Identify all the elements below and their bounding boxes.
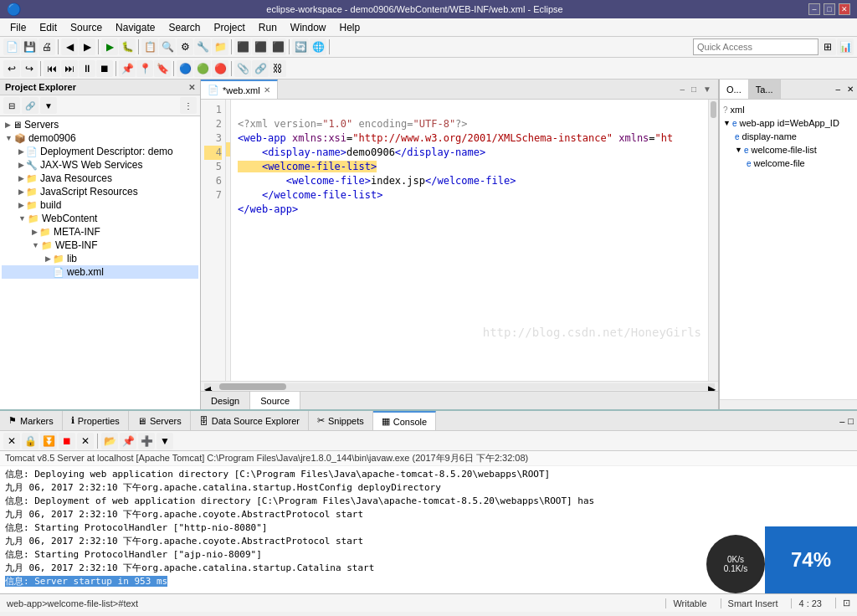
hscroll-right[interactable]: ▶ bbox=[708, 383, 715, 390]
editor-hscroll[interactable]: ◀ ▶ bbox=[201, 381, 718, 391]
btn-r2-13[interactable]: ⛓ bbox=[269, 60, 286, 77]
btn-r2-11[interactable]: 📎 bbox=[234, 60, 251, 77]
btn-t9[interactable]: 🔄 bbox=[292, 38, 309, 55]
btn-r2-1[interactable]: ⏮ bbox=[44, 60, 60, 77]
tree-item-jsresources[interactable]: ▶ 📁 JavaScript Resources bbox=[2, 185, 198, 198]
menu-window[interactable]: Window bbox=[284, 20, 333, 35]
new-console-button[interactable]: ➕ bbox=[138, 433, 155, 449]
code-editor[interactable]: <?xml version="1.0" encoding="UTF-8"?> <… bbox=[231, 100, 708, 381]
debug-button[interactable]: 🐛 bbox=[119, 38, 136, 55]
hscroll-left[interactable]: ◀ bbox=[204, 383, 211, 390]
scroll-lock-button[interactable]: 🔒 bbox=[22, 433, 38, 449]
tree-item-metainf[interactable]: ▶ 📁 META-INF bbox=[2, 225, 198, 239]
bottom-maximize-btn[interactable]: □ bbox=[848, 416, 854, 426]
tab-markers[interactable]: ⚑ Markers bbox=[0, 411, 63, 430]
tree-item-servers[interactable]: ▶ 🖥 Servers bbox=[2, 118, 198, 131]
tab-console[interactable]: ▦ Console bbox=[373, 411, 436, 430]
menu-project[interactable]: Project bbox=[207, 20, 251, 35]
btn-r2-4[interactable]: ⏹ bbox=[96, 60, 113, 77]
tree-item-lib[interactable]: ▶ 📁 lib bbox=[2, 252, 198, 265]
menu-run[interactable]: Run bbox=[252, 20, 284, 35]
editor-vertical-scrollbar[interactable] bbox=[708, 100, 718, 381]
editor-view-menu[interactable]: ▼ bbox=[701, 83, 713, 95]
tab-snippets[interactable]: ✂ Snippets bbox=[309, 411, 373, 430]
undo-button[interactable]: ↩ bbox=[3, 60, 20, 77]
new-button[interactable]: 📄 bbox=[3, 38, 20, 55]
tab-servers[interactable]: 🖥 Servers bbox=[129, 411, 191, 430]
remove-launch-button[interactable]: ✕ bbox=[77, 433, 94, 449]
redo-button[interactable]: ↪ bbox=[21, 60, 38, 77]
btn-r2-8[interactable]: 🔵 bbox=[177, 60, 193, 77]
btn-r2-9[interactable]: 🟢 bbox=[194, 60, 211, 77]
perspective-btn2[interactable]: 📊 bbox=[837, 38, 854, 55]
tree-item-build[interactable]: ▶ 📁 build bbox=[2, 198, 198, 212]
btn-t6[interactable]: ⬛ bbox=[234, 38, 251, 55]
forward-button[interactable]: ▶ bbox=[79, 38, 95, 55]
minimize-button[interactable]: – bbox=[808, 3, 820, 15]
menu-navigate[interactable]: Navigate bbox=[109, 20, 162, 35]
pin-console-button[interactable]: 📌 bbox=[120, 433, 136, 449]
tree-item-jaxws[interactable]: ▶ 🔧 JAX-WS Web Services bbox=[2, 158, 198, 172]
run-button[interactable]: ▶ bbox=[101, 38, 118, 55]
outline-minimize[interactable]: – bbox=[832, 80, 844, 99]
open-console-button[interactable]: 📂 bbox=[101, 433, 118, 449]
tree-item-webxml[interactable]: ▶ 📄 web.xml bbox=[2, 265, 198, 279]
outline-close[interactable]: ✕ bbox=[844, 80, 857, 99]
btn-r2-5[interactable]: 📌 bbox=[119, 60, 136, 77]
tab-datasource[interactable]: 🗄 Data Source Explorer bbox=[191, 411, 309, 430]
tree-item-demo0906[interactable]: ▼ 📦 demo0906 bbox=[2, 131, 198, 145]
menu-help[interactable]: Help bbox=[333, 20, 367, 35]
btn-t3[interactable]: ⚙ bbox=[177, 38, 193, 55]
menu-file[interactable]: File bbox=[3, 20, 33, 35]
perspectives-button[interactable]: ⊞ bbox=[819, 38, 836, 55]
explorer-menu-button[interactable]: ▼ bbox=[40, 97, 57, 114]
btn-r2-3[interactable]: ⏸ bbox=[79, 60, 95, 77]
maximize-button[interactable]: □ bbox=[824, 3, 835, 15]
collapse-all-button[interactable]: ⊟ bbox=[3, 97, 20, 114]
print-button[interactable]: 🖨 bbox=[38, 38, 55, 55]
btn-t10[interactable]: 🌐 bbox=[310, 38, 326, 55]
btn-t4[interactable]: 🔧 bbox=[194, 38, 211, 55]
outline-xml-pi[interactable]: ? xml bbox=[723, 103, 854, 116]
btn-t7[interactable]: ⬛ bbox=[252, 38, 269, 55]
tree-item-deployment[interactable]: ▶ 📄 Deployment Descriptor: demo bbox=[2, 145, 198, 158]
outline-hscroll[interactable] bbox=[720, 399, 857, 409]
view-menu-button[interactable]: ⋮ bbox=[180, 97, 197, 114]
bottom-minimize-btn[interactable]: – bbox=[839, 416, 844, 426]
btn-r2-10[interactable]: 🔴 bbox=[212, 60, 228, 77]
menu-edit[interactable]: Edit bbox=[33, 20, 64, 35]
outline-welcomefile[interactable]: e welcome-file bbox=[723, 157, 854, 170]
tab-taskactions[interactable]: Ta... bbox=[749, 80, 781, 99]
outline-welcomefilelist[interactable]: ▼ e welcome-file-list bbox=[723, 143, 854, 157]
close-button[interactable]: ✕ bbox=[839, 3, 850, 15]
quick-access-box[interactable] bbox=[693, 38, 819, 55]
link-with-editor-button[interactable]: 🔗 bbox=[22, 97, 38, 114]
btn-t5[interactable]: 📁 bbox=[212, 38, 228, 55]
btn-t2[interactable]: 🔍 bbox=[159, 38, 176, 55]
btn-r2-2[interactable]: ⏭ bbox=[61, 60, 78, 77]
tab-webxml[interactable]: 📄 *web.xml ✕ bbox=[201, 80, 278, 99]
minimize-editor-button[interactable]: – bbox=[678, 83, 686, 95]
quick-access-input[interactable] bbox=[697, 42, 814, 52]
console-view-menu[interactable]: ▼ bbox=[157, 433, 173, 449]
btn-t8[interactable]: ⬛ bbox=[269, 38, 286, 55]
btn-r2-12[interactable]: 🔗 bbox=[252, 60, 269, 77]
tab-webxml-close[interactable]: ✕ bbox=[264, 85, 270, 95]
hscroll-thumb[interactable] bbox=[219, 383, 286, 390]
outline-webapp[interactable]: ▼ e web-app id=WebApp_ID bbox=[723, 116, 854, 130]
menu-search[interactable]: Search bbox=[162, 20, 207, 35]
hscroll-track[interactable] bbox=[211, 383, 708, 390]
btn-r2-7[interactable]: 🔖 bbox=[154, 60, 171, 77]
maximize-editor-button[interactable]: □ bbox=[690, 83, 698, 95]
tree-item-javaresources[interactable]: ▶ 📁 Java Resources bbox=[2, 172, 198, 185]
tab-outline[interactable]: O... bbox=[720, 80, 749, 99]
terminate-button[interactable]: ⏹ bbox=[59, 433, 75, 449]
clear-console-button[interactable]: ✕ bbox=[3, 433, 20, 449]
tree-item-webcontent[interactable]: ▼ 📁 WebContent bbox=[2, 212, 198, 225]
tab-properties[interactable]: ℹ Properties bbox=[63, 411, 129, 430]
btn-t1[interactable]: 📋 bbox=[141, 38, 158, 55]
save-button[interactable]: 💾 bbox=[21, 38, 38, 55]
btn-r2-6[interactable]: 📍 bbox=[136, 60, 153, 77]
menu-source[interactable]: Source bbox=[64, 20, 109, 35]
tree-item-webinf[interactable]: ▼ 📁 WEB-INF bbox=[2, 239, 198, 252]
